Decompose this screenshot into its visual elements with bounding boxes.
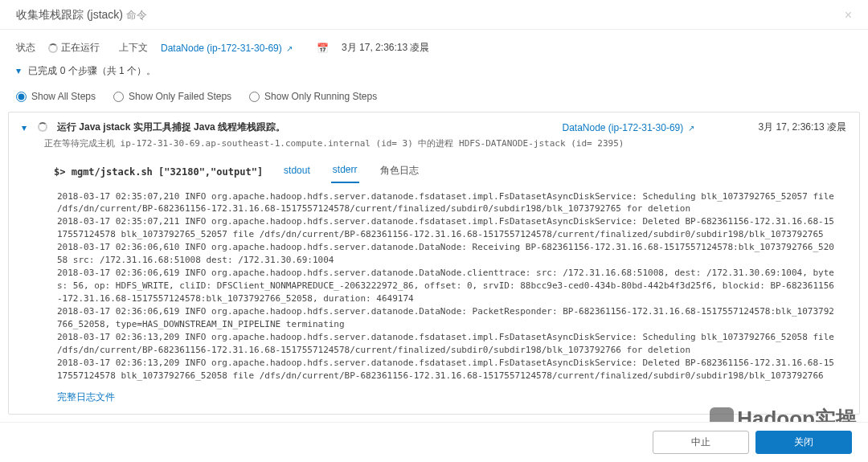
calendar-icon: 📅: [317, 43, 329, 54]
status-label: 状态: [16, 41, 35, 55]
tab-stdout[interactable]: stdout: [282, 161, 312, 182]
chevron-down-icon[interactable]: ▾: [16, 65, 21, 76]
command-text: $> mgmt/jstack.sh ["32180","output"]: [54, 166, 263, 178]
progress-text: 已完成 0 个步骤（共 1 个）。: [28, 65, 156, 76]
status-time: 3月 17, 2:36:13 凌晨: [342, 41, 429, 55]
log-output: 2018-03-17 02:35:07,210 INFO org.apache.…: [57, 190, 837, 382]
tab-stderr[interactable]: stderr: [331, 161, 359, 183]
abort-button[interactable]: 中止: [653, 431, 749, 454]
external-link-icon: ↗: [688, 124, 694, 133]
radio-show-all[interactable]: Show All Steps: [16, 91, 96, 102]
radio-show-running[interactable]: Show Only Running Steps: [249, 91, 377, 102]
external-link-icon: ↗: [286, 44, 293, 53]
step-container: ▾ 运行 Java jstack 实用工具捕捉 Java 线程堆栈跟踪。 Dat…: [8, 112, 860, 415]
context-label: 上下文: [119, 41, 148, 55]
modal-subtitle: 命令: [126, 8, 147, 22]
spinner-icon: [48, 43, 58, 53]
close-icon[interactable]: ×: [845, 8, 852, 22]
step-datanode-link[interactable]: DataNode (ip-172-31-30-69) ↗: [563, 122, 694, 133]
radio-show-failed[interactable]: Show Only Failed Steps: [113, 91, 231, 102]
context-link[interactable]: DataNode (ip-172-31-30-69) ↗: [161, 43, 293, 54]
full-log-link[interactable]: 完整日志文件: [57, 391, 115, 403]
step-title: 运行 Java jstack 实用工具捕捉 Java 线程堆栈跟踪。: [57, 121, 285, 134]
step-time: 3月 17, 2:36:13 凌晨: [759, 121, 846, 134]
modal-title: 收集堆栈跟踪 (jstack): [16, 8, 123, 22]
chevron-down-icon[interactable]: ▾: [22, 122, 27, 133]
step-description: 正在等待完成主机 ip-172-31-30-69.ap-southeast-1.…: [31, 137, 859, 156]
spinner-icon: [38, 122, 47, 132]
tab-role-log[interactable]: 角色日志: [379, 161, 420, 184]
close-button[interactable]: 关闭: [755, 431, 852, 454]
status-value: 正在运行: [61, 42, 100, 53]
